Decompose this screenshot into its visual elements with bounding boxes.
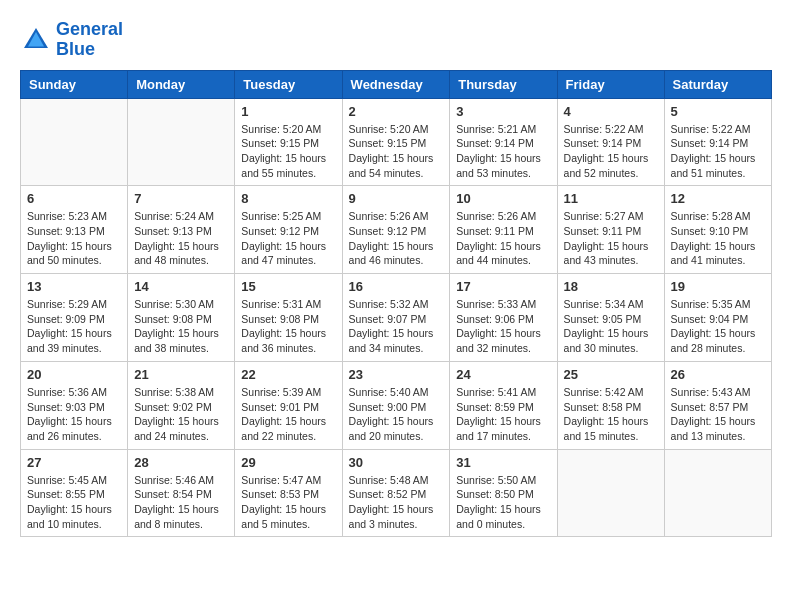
day-number: 3: [456, 104, 550, 119]
calendar-cell: 23Sunrise: 5:40 AM Sunset: 9:00 PM Dayli…: [342, 361, 450, 449]
day-number: 4: [564, 104, 658, 119]
day-number: 7: [134, 191, 228, 206]
calendar-cell: 3Sunrise: 5:21 AM Sunset: 9:14 PM Daylig…: [450, 98, 557, 186]
day-number: 8: [241, 191, 335, 206]
day-info: Sunrise: 5:24 AM Sunset: 9:13 PM Dayligh…: [134, 209, 228, 268]
col-header-wednesday: Wednesday: [342, 70, 450, 98]
day-number: 10: [456, 191, 550, 206]
day-number: 21: [134, 367, 228, 382]
calendar-cell: 21Sunrise: 5:38 AM Sunset: 9:02 PM Dayli…: [128, 361, 235, 449]
calendar-cell: 7Sunrise: 5:24 AM Sunset: 9:13 PM Daylig…: [128, 186, 235, 274]
day-info: Sunrise: 5:42 AM Sunset: 8:58 PM Dayligh…: [564, 385, 658, 444]
calendar-cell: 18Sunrise: 5:34 AM Sunset: 9:05 PM Dayli…: [557, 274, 664, 362]
calendar-cell: 25Sunrise: 5:42 AM Sunset: 8:58 PM Dayli…: [557, 361, 664, 449]
day-info: Sunrise: 5:50 AM Sunset: 8:50 PM Dayligh…: [456, 473, 550, 532]
day-number: 19: [671, 279, 765, 294]
day-info: Sunrise: 5:38 AM Sunset: 9:02 PM Dayligh…: [134, 385, 228, 444]
calendar-cell: 1Sunrise: 5:20 AM Sunset: 9:15 PM Daylig…: [235, 98, 342, 186]
day-number: 29: [241, 455, 335, 470]
day-info: Sunrise: 5:46 AM Sunset: 8:54 PM Dayligh…: [134, 473, 228, 532]
calendar-week-row: 27Sunrise: 5:45 AM Sunset: 8:55 PM Dayli…: [21, 449, 772, 537]
day-number: 17: [456, 279, 550, 294]
day-number: 22: [241, 367, 335, 382]
day-info: Sunrise: 5:35 AM Sunset: 9:04 PM Dayligh…: [671, 297, 765, 356]
calendar-cell: 14Sunrise: 5:30 AM Sunset: 9:08 PM Dayli…: [128, 274, 235, 362]
calendar-cell: 28Sunrise: 5:46 AM Sunset: 8:54 PM Dayli…: [128, 449, 235, 537]
calendar-cell: 16Sunrise: 5:32 AM Sunset: 9:07 PM Dayli…: [342, 274, 450, 362]
day-number: 14: [134, 279, 228, 294]
day-info: Sunrise: 5:36 AM Sunset: 9:03 PM Dayligh…: [27, 385, 121, 444]
calendar-cell: 19Sunrise: 5:35 AM Sunset: 9:04 PM Dayli…: [664, 274, 771, 362]
day-info: Sunrise: 5:28 AM Sunset: 9:10 PM Dayligh…: [671, 209, 765, 268]
day-number: 2: [349, 104, 444, 119]
calendar-cell: [557, 449, 664, 537]
calendar-cell: 27Sunrise: 5:45 AM Sunset: 8:55 PM Dayli…: [21, 449, 128, 537]
day-info: Sunrise: 5:20 AM Sunset: 9:15 PM Dayligh…: [349, 122, 444, 181]
day-number: 15: [241, 279, 335, 294]
day-info: Sunrise: 5:20 AM Sunset: 9:15 PM Dayligh…: [241, 122, 335, 181]
col-header-sunday: Sunday: [21, 70, 128, 98]
calendar-cell: [128, 98, 235, 186]
day-info: Sunrise: 5:26 AM Sunset: 9:11 PM Dayligh…: [456, 209, 550, 268]
col-header-saturday: Saturday: [664, 70, 771, 98]
day-info: Sunrise: 5:47 AM Sunset: 8:53 PM Dayligh…: [241, 473, 335, 532]
logo-icon: [20, 24, 52, 56]
day-number: 24: [456, 367, 550, 382]
logo-text: General Blue: [56, 20, 123, 60]
day-info: Sunrise: 5:27 AM Sunset: 9:11 PM Dayligh…: [564, 209, 658, 268]
day-info: Sunrise: 5:48 AM Sunset: 8:52 PM Dayligh…: [349, 473, 444, 532]
calendar-cell: 22Sunrise: 5:39 AM Sunset: 9:01 PM Dayli…: [235, 361, 342, 449]
calendar-cell: 12Sunrise: 5:28 AM Sunset: 9:10 PM Dayli…: [664, 186, 771, 274]
day-number: 11: [564, 191, 658, 206]
day-info: Sunrise: 5:33 AM Sunset: 9:06 PM Dayligh…: [456, 297, 550, 356]
day-info: Sunrise: 5:29 AM Sunset: 9:09 PM Dayligh…: [27, 297, 121, 356]
calendar-cell: 9Sunrise: 5:26 AM Sunset: 9:12 PM Daylig…: [342, 186, 450, 274]
calendar-cell: 11Sunrise: 5:27 AM Sunset: 9:11 PM Dayli…: [557, 186, 664, 274]
calendar-cell: [21, 98, 128, 186]
calendar-week-row: 6Sunrise: 5:23 AM Sunset: 9:13 PM Daylig…: [21, 186, 772, 274]
day-number: 12: [671, 191, 765, 206]
logo: General Blue: [20, 20, 123, 60]
calendar-cell: 20Sunrise: 5:36 AM Sunset: 9:03 PM Dayli…: [21, 361, 128, 449]
calendar-week-row: 20Sunrise: 5:36 AM Sunset: 9:03 PM Dayli…: [21, 361, 772, 449]
day-info: Sunrise: 5:45 AM Sunset: 8:55 PM Dayligh…: [27, 473, 121, 532]
day-info: Sunrise: 5:32 AM Sunset: 9:07 PM Dayligh…: [349, 297, 444, 356]
col-header-monday: Monday: [128, 70, 235, 98]
calendar-cell: 26Sunrise: 5:43 AM Sunset: 8:57 PM Dayli…: [664, 361, 771, 449]
calendar-cell: 6Sunrise: 5:23 AM Sunset: 9:13 PM Daylig…: [21, 186, 128, 274]
day-info: Sunrise: 5:41 AM Sunset: 8:59 PM Dayligh…: [456, 385, 550, 444]
day-number: 9: [349, 191, 444, 206]
day-number: 26: [671, 367, 765, 382]
day-info: Sunrise: 5:22 AM Sunset: 9:14 PM Dayligh…: [671, 122, 765, 181]
day-number: 28: [134, 455, 228, 470]
col-header-thursday: Thursday: [450, 70, 557, 98]
calendar-header-row: SundayMondayTuesdayWednesdayThursdayFrid…: [21, 70, 772, 98]
calendar-cell: 2Sunrise: 5:20 AM Sunset: 9:15 PM Daylig…: [342, 98, 450, 186]
day-number: 1: [241, 104, 335, 119]
day-info: Sunrise: 5:40 AM Sunset: 9:00 PM Dayligh…: [349, 385, 444, 444]
day-number: 6: [27, 191, 121, 206]
col-header-friday: Friday: [557, 70, 664, 98]
calendar-cell: 10Sunrise: 5:26 AM Sunset: 9:11 PM Dayli…: [450, 186, 557, 274]
day-info: Sunrise: 5:25 AM Sunset: 9:12 PM Dayligh…: [241, 209, 335, 268]
calendar-cell: 24Sunrise: 5:41 AM Sunset: 8:59 PM Dayli…: [450, 361, 557, 449]
day-number: 13: [27, 279, 121, 294]
calendar-week-row: 13Sunrise: 5:29 AM Sunset: 9:09 PM Dayli…: [21, 274, 772, 362]
calendar-table: SundayMondayTuesdayWednesdayThursdayFrid…: [20, 70, 772, 538]
calendar-cell: 13Sunrise: 5:29 AM Sunset: 9:09 PM Dayli…: [21, 274, 128, 362]
calendar-cell: 8Sunrise: 5:25 AM Sunset: 9:12 PM Daylig…: [235, 186, 342, 274]
day-info: Sunrise: 5:39 AM Sunset: 9:01 PM Dayligh…: [241, 385, 335, 444]
day-number: 27: [27, 455, 121, 470]
calendar-cell: 15Sunrise: 5:31 AM Sunset: 9:08 PM Dayli…: [235, 274, 342, 362]
day-info: Sunrise: 5:26 AM Sunset: 9:12 PM Dayligh…: [349, 209, 444, 268]
day-number: 16: [349, 279, 444, 294]
calendar-week-row: 1Sunrise: 5:20 AM Sunset: 9:15 PM Daylig…: [21, 98, 772, 186]
day-info: Sunrise: 5:34 AM Sunset: 9:05 PM Dayligh…: [564, 297, 658, 356]
col-header-tuesday: Tuesday: [235, 70, 342, 98]
day-info: Sunrise: 5:30 AM Sunset: 9:08 PM Dayligh…: [134, 297, 228, 356]
calendar-cell: 17Sunrise: 5:33 AM Sunset: 9:06 PM Dayli…: [450, 274, 557, 362]
day-info: Sunrise: 5:43 AM Sunset: 8:57 PM Dayligh…: [671, 385, 765, 444]
calendar-cell: 4Sunrise: 5:22 AM Sunset: 9:14 PM Daylig…: [557, 98, 664, 186]
calendar-cell: 31Sunrise: 5:50 AM Sunset: 8:50 PM Dayli…: [450, 449, 557, 537]
day-number: 20: [27, 367, 121, 382]
